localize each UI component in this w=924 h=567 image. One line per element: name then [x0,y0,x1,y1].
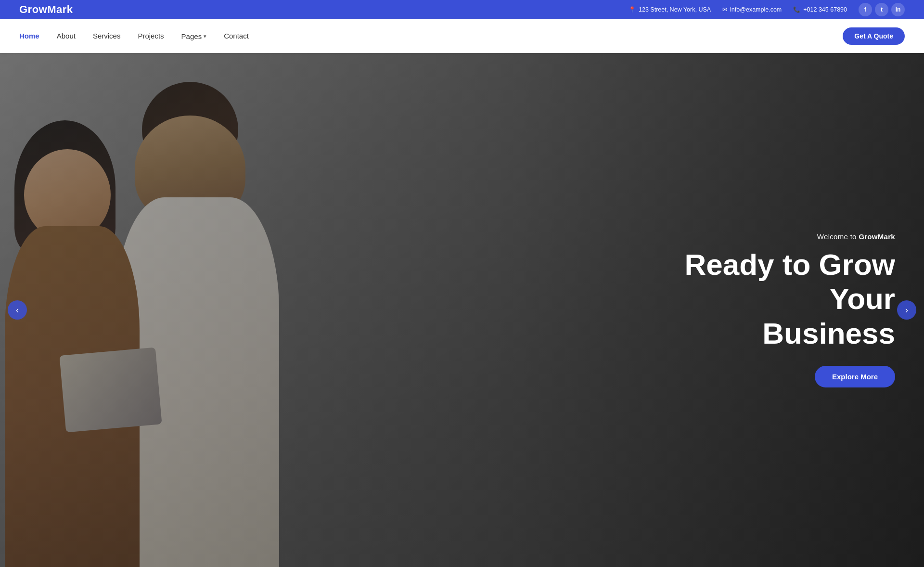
linkedin-button[interactable]: in [891,3,905,16]
hero-welcome-text: Welcome to GrowMark [654,232,895,241]
social-icons-group: f t in [859,3,905,16]
carousel-prev-button[interactable]: ‹ [8,300,27,320]
nav-item-about[interactable]: About [57,32,76,40]
explore-more-button[interactable]: Explore More [815,366,895,387]
chevron-down-icon: ▾ [204,33,206,39]
twitter-button[interactable]: t [875,3,888,16]
topbar-phone: 📞 +012 345 67890 [793,6,847,13]
hero-content: Welcome to GrowMark Ready to Grow Your B… [654,232,895,387]
nav-link-about[interactable]: About [57,32,76,40]
nav-link-projects[interactable]: Projects [138,32,164,40]
email-text: info@example.com [730,6,782,13]
carousel-next-button[interactable]: › [897,300,916,320]
topbar-address: 📍 123 Street, New York, USA [629,6,711,13]
nav-item-services[interactable]: Services [93,32,121,40]
pages-dropdown-label: Pages ▾ [181,32,207,40]
brand-logo: GrowMark [19,3,73,16]
navbar: Home About Services Projects Pages ▾ Con… [0,19,924,53]
topbar-info-section: 📍 123 Street, New York, USA ✉ info@examp… [629,3,905,16]
address-text: 123 Street, New York, USA [639,6,711,13]
email-icon: ✉ [722,6,727,13]
phone-text: +012 345 67890 [803,6,847,13]
nav-links: Home About Services Projects Pages ▾ Con… [19,32,249,40]
nav-link-pages[interactable]: Pages ▾ [181,32,207,40]
nav-item-projects[interactable]: Projects [138,32,164,40]
topbar: GrowMark 📍 123 Street, New York, USA ✉ i… [0,0,924,19]
topbar-email: ✉ info@example.com [722,6,782,13]
nav-link-services[interactable]: Services [93,32,121,40]
nav-item-contact[interactable]: Contact [224,32,249,40]
nav-item-pages[interactable]: Pages ▾ [181,32,207,40]
location-icon: 📍 [629,6,636,13]
nav-link-home[interactable]: Home [19,32,39,40]
hero-section: Welcome to GrowMark Ready to Grow Your B… [0,53,924,567]
facebook-button[interactable]: f [859,3,872,16]
topbar-brand-section: GrowMark [19,3,73,16]
nav-item-home[interactable]: Home [19,32,39,40]
phone-icon: 📞 [793,6,800,13]
nav-link-contact[interactable]: Contact [224,32,249,40]
get-quote-button[interactable]: Get A Quote [843,27,905,45]
hero-title: Ready to Grow Your Business [654,247,895,350]
